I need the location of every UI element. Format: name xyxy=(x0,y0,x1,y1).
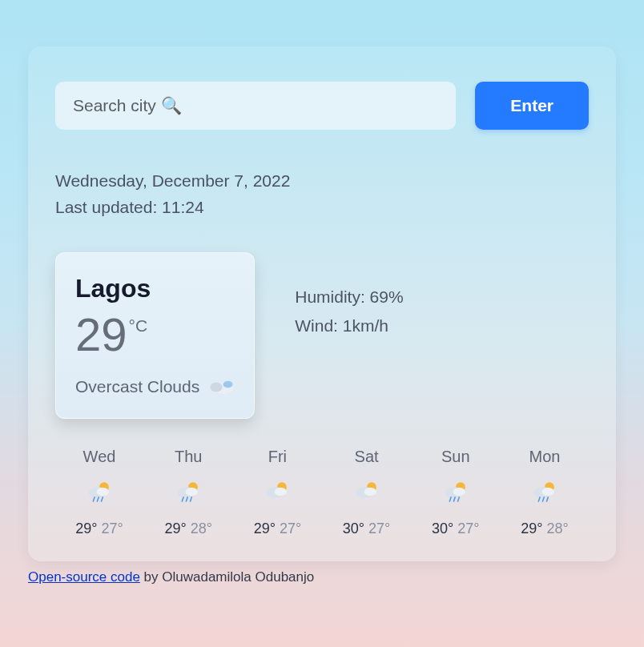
forecast-day-hi: 30° xyxy=(343,520,364,536)
svg-point-29 xyxy=(542,488,554,496)
footer: Open-source code by Oluwadamilola Oduban… xyxy=(28,569,616,585)
forecast-day: Mon 29° 28° xyxy=(509,448,581,537)
forecast-day-lo: 28° xyxy=(191,520,212,536)
forecast-day-temps: 29° 28° xyxy=(164,520,211,537)
source-code-link[interactable]: Open-source code xyxy=(28,569,140,585)
forecast-row: Wed 29° 27° Thu 29° 28° Fri 29° 27° xyxy=(55,448,589,537)
forecast-day-label: Fri xyxy=(268,448,287,466)
search-row: Enter xyxy=(55,82,589,130)
humidity-line: Humidity: 69% xyxy=(295,283,403,311)
forecast-day-hi: 30° xyxy=(432,520,453,536)
forecast-day-lo: 27° xyxy=(280,520,301,536)
forecast-day-lo: 27° xyxy=(102,520,123,536)
forecast-day: Fri 29° 27° xyxy=(241,448,313,537)
date-line: Wednesday, December 7, 2022 xyxy=(55,168,589,195)
svg-line-24 xyxy=(449,497,451,501)
forecast-day-icon xyxy=(175,479,202,506)
weather-details: Humidity: 69% Wind: 1km/h xyxy=(295,252,403,340)
overcast-cloud-icon xyxy=(207,376,235,399)
svg-line-30 xyxy=(538,497,540,501)
forecast-day-label: Sun xyxy=(441,448,470,466)
forecast-day-temps: 29° 28° xyxy=(521,520,568,537)
forecast-day-lo: 27° xyxy=(457,520,479,536)
svg-point-20 xyxy=(364,488,376,496)
forecast-day-hi: 29° xyxy=(75,520,97,536)
forecast-day-hi: 29° xyxy=(164,520,186,536)
meta-block: Wednesday, December 7, 2022 Last updated… xyxy=(55,168,589,220)
forecast-day-temps: 29° 27° xyxy=(75,520,123,537)
svg-line-12 xyxy=(183,497,184,501)
weather-card: Enter Wednesday, December 7, 2022 Last u… xyxy=(28,46,616,561)
forecast-day-icon xyxy=(531,479,558,506)
forecast-day-temps: 29° 27° xyxy=(254,520,301,537)
forecast-day-temps: 30° 27° xyxy=(343,520,390,537)
svg-line-8 xyxy=(102,497,103,501)
forecast-day-icon xyxy=(86,479,113,506)
svg-line-32 xyxy=(546,497,548,501)
middle-row: Lagos 29 °C Overcast Clouds Humidity: 69… xyxy=(55,252,589,419)
svg-point-11 xyxy=(186,488,198,496)
forecast-day-icon xyxy=(264,479,291,506)
svg-point-2 xyxy=(223,381,233,388)
forecast-day-hi: 29° xyxy=(254,520,276,536)
current-condition-text: Overcast Clouds xyxy=(75,377,199,396)
search-input[interactable] xyxy=(55,82,456,130)
svg-point-17 xyxy=(275,488,287,496)
forecast-day: Sat 30° 27° xyxy=(331,448,403,537)
svg-point-23 xyxy=(453,488,465,496)
forecast-day-lo: 27° xyxy=(368,520,390,536)
svg-line-6 xyxy=(93,497,95,501)
forecast-day: Wed 29° 27° xyxy=(63,448,135,537)
current-weather-card: Lagos 29 °C Overcast Clouds xyxy=(55,252,255,419)
current-condition-line: Overcast Clouds xyxy=(75,376,235,399)
forecast-day-icon xyxy=(442,479,469,506)
svg-line-14 xyxy=(191,497,192,501)
forecast-day-hi: 29° xyxy=(521,520,542,536)
city-name: Lagos xyxy=(75,274,235,303)
current-temp-line: 29 °C xyxy=(75,311,235,358)
forecast-day-lo: 28° xyxy=(546,520,568,536)
wind-line: Wind: 1km/h xyxy=(295,311,403,340)
enter-button[interactable]: Enter xyxy=(475,82,589,130)
forecast-day-temps: 30° 27° xyxy=(432,520,479,537)
svg-line-26 xyxy=(457,497,459,501)
current-temp-unit: °C xyxy=(129,316,148,336)
forecast-day-label: Wed xyxy=(83,448,116,466)
forecast-day-label: Sat xyxy=(355,448,379,466)
forecast-day-label: Thu xyxy=(175,448,202,466)
updated-line: Last updated: 11:24 xyxy=(55,195,589,221)
forecast-day-label: Mon xyxy=(529,448,560,466)
footer-author: by Oluwadamilola Odubanjo xyxy=(140,569,314,585)
svg-point-5 xyxy=(97,488,109,496)
forecast-day-icon xyxy=(353,479,380,506)
svg-point-1 xyxy=(211,383,223,392)
current-temp-value: 29 xyxy=(75,311,127,358)
forecast-day: Thu 29° 28° xyxy=(152,448,224,537)
forecast-day: Sun 30° 27° xyxy=(420,448,492,537)
